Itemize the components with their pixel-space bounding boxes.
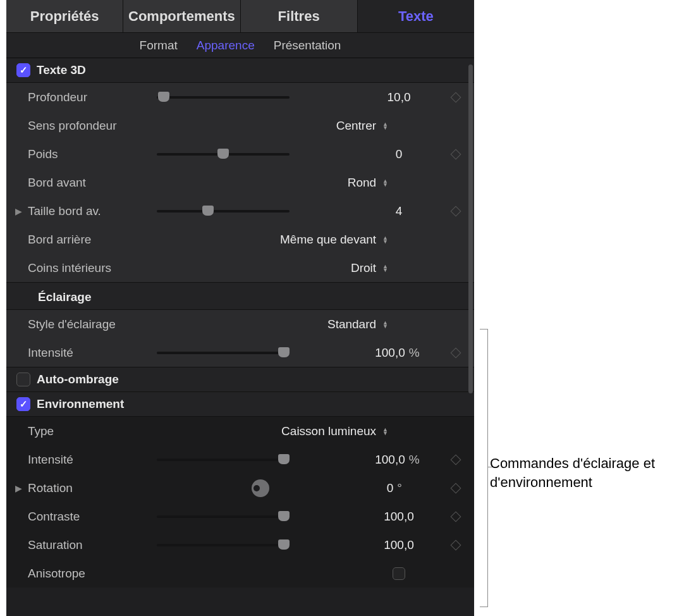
main-tab-bar: Propriétés Comportements Filtres Texte [6,0,474,33]
env-saturation-keyframe[interactable] [446,541,465,549]
disclosure-triangle-icon[interactable]: ▶ [13,483,24,493]
subtab-apparence[interactable]: Apparence [197,39,255,52]
intensite-eclairage-label: Intensité [24,346,150,360]
texte3d-label: Texte 3D [37,63,86,77]
env-contraste-label: Contraste [24,510,150,524]
profondeur-value[interactable]: 10,0 [351,90,446,104]
row-coins-interieurs: Coins intérieurs Droit ▲▼ [6,254,474,282]
bord-arriere-label: Bord arrière [24,233,150,247]
texte3d-rows: Profondeur 10,0 Sens profondeur Centrer … [6,82,474,282]
eclairage-rows: Style d'éclairage Standard ▲▼ Intensité … [6,309,474,367]
row-env-anisotrope: Anisotrope [6,559,474,588]
updown-icon: ▲▼ [382,122,388,130]
disclosure-triangle-icon[interactable]: ▶ [13,206,24,216]
environnement-label: Environnement [37,397,124,411]
intensite-eclairage-keyframe[interactable] [446,349,465,357]
env-intensite-value[interactable]: 100,0% [351,453,446,467]
taille-bord-av-label: Taille bord av. [24,204,150,218]
bord-avant-label: Bord avant [24,176,150,190]
tab-comportements[interactable]: Comportements [123,0,240,32]
row-bord-arriere: Bord arrière Même que devant ▲▼ [6,225,474,254]
coins-interieurs-select[interactable]: Droit ▲▼ [351,261,388,275]
autoombrage-label: Auto-ombrage [37,373,119,386]
sens-profondeur-label: Sens profondeur [24,119,150,133]
row-env-intensite: Intensité 100,0% [6,445,474,474]
poids-value[interactable]: 0 [351,147,446,161]
updown-icon: ▲▼ [382,264,388,272]
env-type-label: Type [24,424,150,438]
taille-bord-av-slider[interactable] [150,210,351,213]
updown-icon: ▲▼ [382,236,388,243]
tab-texte[interactable]: Texte [358,0,474,32]
row-poids: Poids 0 [6,140,474,168]
env-contraste-slider[interactable] [150,515,351,518]
profondeur-slider[interactable] [150,96,351,99]
env-saturation-slider[interactable] [150,544,351,546]
row-bord-avant: Bord avant Rond ▲▼ [6,168,474,197]
row-env-type: Type Caisson lumineux ▲▼ [6,417,474,445]
style-eclairage-label: Style d'éclairage [24,317,150,331]
row-env-contraste: Contraste 100,0 [6,502,474,531]
coins-interieurs-label: Coins intérieurs [24,261,150,275]
taille-bord-av-keyframe[interactable] [446,207,465,215]
updown-icon: ▲▼ [382,321,388,328]
env-anisotrope-label: Anisotrope [24,567,150,581]
row-env-saturation: Saturation 100,0 [6,531,474,559]
env-saturation-value[interactable]: 100,0 [351,538,446,552]
section-texte3d-header: Texte 3D [6,58,474,82]
scrollbar-thumb[interactable] [468,65,473,393]
profondeur-label: Profondeur [24,90,150,104]
environnement-rows: Type Caisson lumineux ▲▼ Intensité 100,0… [6,416,474,588]
tab-proprietes[interactable]: Propriétés [6,0,123,32]
poids-slider[interactable] [150,153,351,156]
row-env-rotation: ▶ Rotation 0° [6,474,474,502]
env-rotation-label: Rotation [24,481,150,495]
bord-avant-select[interactable]: Rond ▲▼ [348,176,388,190]
env-contraste-value[interactable]: 100,0 [351,510,446,524]
row-sens-profondeur: Sens profondeur Centrer ▲▼ [6,111,474,140]
env-contraste-keyframe[interactable] [446,513,465,521]
eclairage-label: Éclairage [38,290,92,304]
sens-profondeur-select[interactable]: Centrer ▲▼ [336,119,388,133]
env-type-select[interactable]: Caisson lumineux ▲▼ [281,424,388,438]
env-saturation-label: Saturation [24,538,150,552]
env-rotation-keyframe[interactable] [446,484,465,492]
updown-icon: ▲▼ [382,179,388,187]
sub-tab-bar: Format Apparence Présentation [6,33,474,58]
autoombrage-checkbox[interactable] [16,373,30,386]
section-environnement-header: Environnement [6,391,474,416]
env-rotation-dial[interactable] [150,479,351,497]
taille-bord-av-value[interactable]: 4 [351,204,446,218]
content-area: Texte 3D Profondeur 10,0 Sens profondeur… [6,58,474,588]
row-style-eclairage: Style d'éclairage Standard ▲▼ [6,310,474,338]
profondeur-keyframe[interactable] [446,94,465,101]
env-anisotrope-checkbox-wrap [351,567,446,580]
env-intensite-keyframe[interactable] [446,456,465,464]
subtab-presentation[interactable]: Présentation [274,39,341,52]
callout-text: Commandes d'éclairage et d'environnement [490,454,680,491]
row-taille-bord-av: ▶ Taille bord av. 4 [6,197,474,225]
env-anisotrope-checkbox[interactable] [393,567,405,580]
intensite-eclairage-value[interactable]: 100,0% [351,346,446,360]
env-intensite-label: Intensité [24,453,150,467]
poids-label: Poids [24,147,150,161]
row-intensite-eclairage: Intensité 100,0% [6,338,474,367]
section-eclairage-header: Éclairage [6,282,474,309]
callout-bracket [475,329,488,607]
inspector-panel: Propriétés Comportements Filtres Texte F… [6,0,474,616]
env-rotation-value[interactable]: 0° [351,481,446,495]
updown-icon: ▲▼ [382,428,388,435]
section-autoombrage-header: Auto-ombrage [6,367,474,391]
intensite-eclairage-slider[interactable] [150,352,351,354]
bord-arriere-select[interactable]: Même que devant ▲▼ [280,233,388,247]
row-profondeur: Profondeur 10,0 [6,83,474,111]
tab-filtres[interactable]: Filtres [241,0,358,32]
poids-keyframe[interactable] [446,151,465,158]
environnement-checkbox[interactable] [16,397,30,411]
texte3d-checkbox[interactable] [16,63,30,77]
env-intensite-slider[interactable] [150,459,351,461]
style-eclairage-select[interactable]: Standard ▲▼ [327,317,388,331]
subtab-format[interactable]: Format [140,39,178,52]
